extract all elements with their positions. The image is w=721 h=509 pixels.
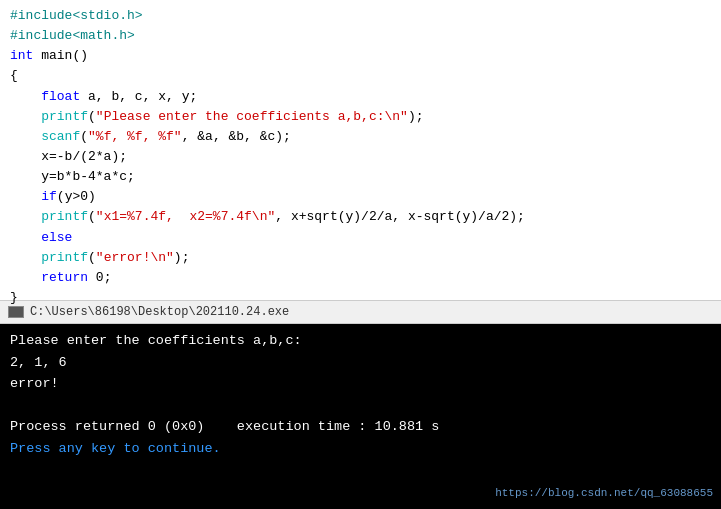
console-line-1: Please enter the coefficients a,b,c: — [10, 330, 711, 352]
code-line: return 0; — [10, 268, 711, 288]
code-line: int main() — [10, 46, 711, 66]
code-editor: #include<stdio.h> #include<math.h> int m… — [0, 0, 721, 300]
console-line-3: error! — [10, 373, 711, 395]
code-line: y=b*b-4*a*c; — [10, 167, 711, 187]
code-line: printf("x1=%7.4f, x2=%7.4f\n", x+sqrt(y)… — [10, 207, 711, 227]
code-line: scanf("%f, %f, %f", &a, &b, &c); — [10, 127, 711, 147]
console-titlebar: C:\Users\86198\Desktop\202110.24.exe — [0, 300, 721, 324]
console-link: https://blog.csdn.net/qq_63088655 — [495, 485, 713, 503]
code-line: printf("Please enter the coefficients a,… — [10, 107, 711, 127]
console-line-4 — [10, 395, 711, 417]
code-line: x=-b/(2*a); — [10, 147, 711, 167]
code-line: float a, b, c, x, y; — [10, 87, 711, 107]
code-line: #include<stdio.h> — [10, 6, 711, 26]
console-line-5: Process returned 0 (0x0) execution time … — [10, 416, 711, 438]
console-output: Please enter the coefficients a,b,c: 2, … — [0, 324, 721, 509]
console-path: C:\Users\86198\Desktop\202110.24.exe — [30, 305, 289, 319]
console-icon — [8, 306, 24, 318]
code-line: printf("error!\n"); — [10, 248, 711, 268]
console-line-6: Press any key to continue. — [10, 438, 711, 460]
code-line: else — [10, 228, 711, 248]
code-line: { — [10, 66, 711, 86]
code-line: #include<math.h> — [10, 26, 711, 46]
code-line: if(y>0) — [10, 187, 711, 207]
console-line-2: 2, 1, 6 — [10, 352, 711, 374]
